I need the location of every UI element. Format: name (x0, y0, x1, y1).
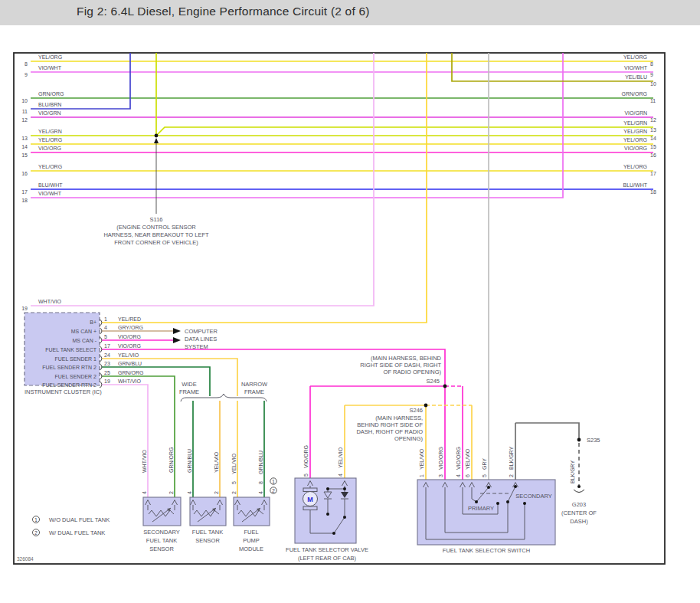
cluster-pin-num-25: 25 (104, 370, 110, 375)
s246-label: S246 (409, 407, 423, 414)
box1-label-2: FUEL TANK (146, 537, 177, 544)
narrow-frame-label-2: FRAME (244, 388, 264, 395)
cluster-pin-num-4: 4 (104, 325, 107, 330)
left-label-13: YEL/GRN (38, 129, 62, 134)
left-label-14: YEL/ORG (38, 137, 62, 143)
cluster-pin-num-19: 19 (104, 379, 110, 384)
right-label-15: YEL/ORG (623, 137, 647, 143)
cluster-pin-wire-25: GRN/ORG (118, 370, 143, 375)
right-num-17: 17 (650, 171, 656, 176)
title-bar: Fig 2: 6.4L Diesel, Engine Performance C… (0, 0, 700, 25)
switch-pin1-num: 1 (419, 474, 424, 477)
cluster-pin-name-25: FUEL SENDER 2 (54, 374, 96, 379)
left-num-14: 14 (21, 144, 28, 149)
switch-secondary-label: SECONDARY (515, 493, 551, 500)
valve-pin5-wire: VIO/ORG (303, 445, 309, 468)
legend: 1 W/O DUAL FUEL TANK 2 W/ DUAL FUEL TANK (33, 516, 110, 537)
fuel-tank-selector-switch-box (417, 480, 555, 545)
valve-pin-labels: VIO/ORG 5 YEL/VIO 4 (303, 445, 343, 477)
col-num-4a: 4 (142, 491, 147, 494)
right-label-18: BLU/WHT (623, 182, 648, 188)
wire-s116-branch (156, 127, 653, 136)
left-label-18: VIO/WHT (38, 191, 62, 196)
col-num-4c: 4 (258, 491, 263, 494)
right-label-10: YEL/BLU (625, 74, 647, 80)
g203-label: G203 (572, 501, 586, 508)
col-num-2a: 2 (168, 491, 174, 494)
left-num-11: 11 (22, 109, 28, 114)
col-label-grn-blu-2: GRN/BLU (258, 451, 263, 474)
s245-note-1: (MAIN HARNESS, BEHIND (371, 355, 442, 362)
s116-arrow (154, 138, 159, 143)
s245-label: S245 (426, 378, 440, 385)
s245-note-2: RIGHT SIDE OF DASH, RIGHT (360, 362, 441, 369)
right-label-12: VIO/GRN (624, 110, 647, 116)
legend-2-text: W/ DUAL FUEL TANK (49, 529, 105, 536)
left-label-9: VIO/WHT (38, 65, 62, 70)
switch-pin2-wire: BLK/GRY (509, 446, 514, 470)
s116-label: S116 (150, 216, 163, 223)
s246-note-4: OPENING) (394, 435, 424, 442)
col-num-2b: 2 (214, 491, 219, 494)
col-label-yel-vio: YEL/VIO (214, 451, 219, 473)
legend-2-sym: 2 (34, 530, 38, 536)
left-label-15: VIO/ORG (38, 146, 61, 151)
valve-label-2: (LEFT REAR OF CAB) (298, 555, 357, 562)
col-label-grn-blu: GRN/BLU (187, 449, 192, 473)
right-label-14: YEL/GRN (623, 129, 647, 134)
left-label-17: BLU/WHT (38, 182, 63, 188)
wide-frame-label-1: WIDE (182, 381, 197, 388)
cluster-pin-num-1: 1 (104, 316, 107, 322)
box2-label-1: FUEL TANK (192, 529, 223, 536)
s245-note-3: OF RADIO OPENING) (384, 369, 442, 375)
footer-code: 326084 (17, 556, 34, 562)
box1-label-3: SENSOR (149, 546, 174, 552)
cluster-pin-name-19: FUEL SENDER RTN 2 (42, 382, 96, 388)
sensor-column-labels: WHT/VIO 4 GRN/ORG 2 GRN/BLU 4 YEL/VIO 2 … (142, 447, 263, 494)
wire-fuel-sender-rtn2 (102, 385, 148, 497)
cluster-pin-wire-19: WHT/VIO (118, 379, 141, 384)
wire-yel-red (102, 53, 427, 323)
s116-note-3: FRONT CORNER OF VEHICLE) (114, 239, 198, 246)
circled-2-text: 2 (272, 488, 275, 493)
right-label-13: YEL/GRN (623, 120, 647, 126)
left-num-8: 8 (25, 61, 28, 67)
valve-pin4-num: 4 (338, 474, 343, 477)
cluster-pin-name-24: FUEL SENDER 1 (54, 356, 96, 362)
cluster-pin-wire-17: VIO/ORG (118, 343, 141, 349)
s235-dot (577, 438, 581, 442)
variant-markers: 1 2 (270, 478, 276, 493)
left-num-16: 16 (21, 171, 28, 176)
col-num-4b: 4 (187, 491, 192, 494)
switch-pin6-wire: YEL/VIO (465, 448, 470, 470)
cluster-pin-name-1: B+ (90, 320, 96, 325)
left-pin-labels: YEL/ORG 8 VIO/WHT 9 GRN/ORG 10 BLU/BRN 1… (21, 54, 64, 311)
circled-1-text: 1 (272, 479, 275, 484)
left-num-13: 13 (21, 136, 28, 141)
right-label-17: YEL/ORG (623, 164, 647, 169)
cluster-pin-wire-4: GRY/ORG (118, 325, 143, 330)
right-label-8: YEL/ORG (623, 54, 647, 60)
right-num-12: 12 (650, 117, 656, 123)
left-num-18: 18 (21, 198, 28, 203)
wire-to-s235 (515, 423, 579, 440)
left-num-17: 17 (21, 189, 28, 195)
col-label-yel-vio-2: YEL/VIO (231, 453, 237, 474)
cluster-pin-name-4: MS CAN + (71, 329, 96, 334)
g203-note-1: (CENTER OF (561, 510, 597, 516)
switch-pin3-num: 3 (438, 474, 443, 477)
cluster-pin-name-17: FUEL TANK SELECT (45, 347, 97, 352)
left-label-19: WHT/VIO (38, 299, 61, 304)
left-num-12: 12 (21, 117, 28, 123)
s246-note-3: DASH, RIGHT OF RADIO (356, 428, 423, 435)
box3-label-2: PUMP (243, 537, 260, 544)
right-num-18: 18 (650, 189, 656, 195)
s245-dot (443, 385, 447, 388)
switch-pin5-num: 5 (482, 474, 487, 477)
g203-note-2: DASH) (570, 518, 588, 525)
s235-label: S235 (587, 437, 600, 444)
computer-note-3: SYSTEM (185, 343, 208, 350)
page-title: Fig 2: 6.4L Diesel, Engine Performance C… (77, 5, 370, 18)
g203-dot (577, 485, 581, 488)
box2-label-2: SENSOR (195, 537, 220, 544)
